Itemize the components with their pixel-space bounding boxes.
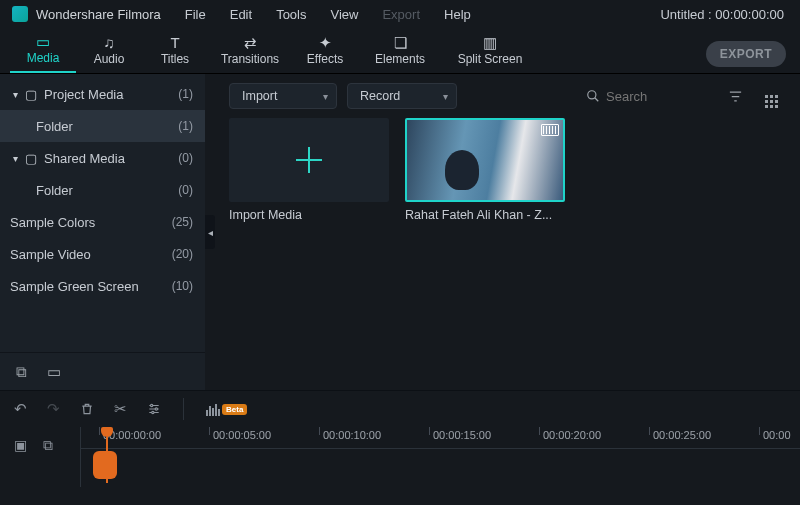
text-icon: T [170,35,179,50]
timeline-options-icon[interactable]: ▣ [14,437,27,453]
filter-icon[interactable] [722,89,749,104]
sidebar-item-folder[interactable]: Folder (1) [0,110,205,142]
sidebar-item-count: (25) [172,215,193,229]
tab-split-label: Split Screen [458,52,523,66]
sidebar-item-shared-media[interactable]: ▾ ▢ Shared Media (0) [0,142,205,174]
app-logo-icon [12,6,28,22]
video-badge-icon [541,124,559,136]
svg-line-1 [595,98,599,102]
primary-tabs: ▭ Media ♫ Audio T Titles ⇄ Transitions ✦… [0,28,800,74]
tab-transitions-label: Transitions [221,52,279,66]
media-sidebar: ▾ ▢ Project Media (1) Folder (1) ▾ ▢ Sha… [0,74,205,390]
media-grid: Import Media Rahat Fateh Ali Khan - Z... [205,118,800,390]
tab-elements[interactable]: ❏ Elements [358,27,442,73]
ruler-tick-label: 00:00:00:00 [103,429,161,441]
clip-figure [445,150,479,190]
record-dropdown-label: Record [360,89,400,103]
chevron-down-icon: ▾ [8,89,22,100]
sidebar-item-folder[interactable]: Folder (0) [0,174,205,206]
plus-icon [296,147,322,173]
folder-icon: ▢ [22,151,40,166]
sidebar-footer: ⧉ ▭ [0,352,205,390]
sparkle-icon: ✦ [319,35,332,50]
tab-transitions[interactable]: ⇄ Transitions [208,27,292,73]
undo-icon[interactable]: ↶ [14,400,27,418]
timeline-ruler[interactable]: 00:00:00:00 00:00:05:00 00:00:10:00 00:0… [81,427,800,449]
sidebar-item-project-media[interactable]: ▾ ▢ Project Media (1) [0,78,205,110]
sidebar-item-label: Shared Media [44,151,178,166]
timeline-clip[interactable] [93,451,117,479]
split-screen-icon: ▥ [483,35,497,50]
sidebar-item-count: (20) [172,247,193,261]
sidebar-item-count: (0) [178,151,193,165]
import-dropdown[interactable]: Import ▾ [229,83,337,109]
sidebar-item-sample-colors[interactable]: Sample Colors (25) [0,206,205,238]
svg-point-3 [155,408,157,410]
tab-titles-label: Titles [161,52,189,66]
media-tree: ▾ ▢ Project Media (1) Folder (1) ▾ ▢ Sha… [0,74,205,352]
sidebar-item-count: (1) [178,119,193,133]
svg-point-4 [152,411,154,413]
tab-media[interactable]: ▭ Media [10,27,76,73]
tab-audio-label: Audio [94,52,125,66]
media-clip-thumb[interactable] [405,118,565,202]
sidebar-item-sample-green-screen[interactable]: Sample Green Screen (10) [0,270,205,302]
grid-view-icon[interactable] [759,84,784,108]
ruler-tick-label: 00:00:15:00 [433,429,491,441]
tab-split-screen[interactable]: ▥ Split Screen [442,27,538,73]
chevron-down-icon: ▾ [443,91,448,102]
search-icon [586,89,600,103]
sidebar-item-sample-video[interactable]: Sample Video (20) [0,238,205,270]
sidebar-item-count: (1) [178,87,193,101]
tab-audio[interactable]: ♫ Audio [76,27,142,73]
menu-file[interactable]: File [173,7,218,22]
folder-icon: ▭ [36,34,50,49]
search-field[interactable] [606,89,686,104]
sidebar-item-label: Project Media [44,87,178,102]
add-folder-icon[interactable]: ⧉ [16,363,27,381]
search-input[interactable] [582,83,712,109]
menu-edit[interactable]: Edit [218,7,264,22]
export-button[interactable]: EXPORT [706,41,786,67]
new-folder-icon[interactable]: ▭ [47,363,61,381]
record-dropdown[interactable]: Record ▾ [347,83,457,109]
split-icon[interactable]: ✂ [114,400,127,418]
chevron-down-icon: ▾ [8,153,22,164]
timeline-track[interactable]: 00:00:00:00 00:00:05:00 00:00:10:00 00:0… [80,427,800,487]
elements-icon: ❏ [394,35,407,50]
sidebar-item-count: (0) [178,183,193,197]
equalizer-icon [206,402,220,416]
media-clip-card[interactable]: Rahat Fateh Ali Khan - Z... [405,118,565,222]
sidebar-collapse-handle[interactable]: ◂ [205,215,215,249]
menu-view[interactable]: View [318,7,370,22]
music-note-icon: ♫ [103,35,114,50]
ruler-tick-label: 00:00:10:00 [323,429,381,441]
redo-icon[interactable]: ↷ [47,400,60,418]
tab-effects[interactable]: ✦ Effects [292,27,358,73]
adjust-icon[interactable] [147,402,161,416]
workspace: ▾ ▢ Project Media (1) Folder (1) ▾ ▢ Sha… [0,74,800,390]
tab-effects-label: Effects [307,52,343,66]
tab-media-label: Media [27,51,60,65]
tab-titles[interactable]: T Titles [142,27,208,73]
tab-elements-label: Elements [375,52,425,66]
transition-icon: ⇄ [244,35,257,50]
menu-export: Export [370,7,432,22]
media-panel: Import ▾ Record ▾ [205,74,800,390]
link-icon[interactable]: ⧉ [43,437,53,454]
folder-icon: ▢ [22,87,40,102]
import-media-card[interactable]: Import Media [229,118,389,222]
menu-tools[interactable]: Tools [264,7,318,22]
sidebar-item-label: Sample Colors [10,215,172,230]
separator [183,398,184,420]
timeline-toolbar: ↶ ↷ ✂ Beta [0,391,800,427]
sidebar-item-label: Sample Video [10,247,172,262]
sidebar-item-label: Folder [36,119,178,134]
ruler-tick-label: 00:00 [763,429,791,441]
delete-icon[interactable] [80,402,94,416]
menu-help[interactable]: Help [432,7,483,22]
import-dropdown-label: Import [242,89,277,103]
import-media-thumb[interactable] [229,118,389,202]
ruler-tick-label: 00:00:25:00 [653,429,711,441]
audio-beta-button[interactable]: Beta [206,402,242,416]
